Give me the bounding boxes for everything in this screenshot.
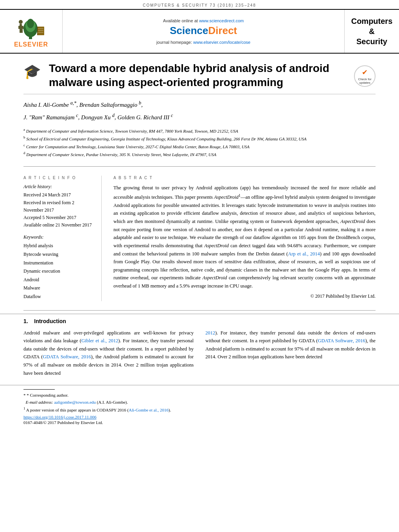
svg-point-4 [19, 20, 23, 24]
abstract-text: The growing threat to user privacy by An… [113, 184, 376, 290]
computers-security-box: Computers&Security [344, 10, 399, 53]
section-number: 1. [23, 318, 28, 324]
journal-homepage-url[interactable]: www.elsevier.com/locate/cose [193, 40, 250, 45]
intro-text-left: Android malware and over-privileged appl… [23, 329, 194, 377]
elsevier-logo-area: ELSEVIER [0, 10, 63, 53]
authors-line1: Aisha I. Ali-Gombe a,*, Brendan Saltafor… [23, 99, 376, 110]
svg-rect-7 [22, 26, 23, 29]
svg-rect-9 [21, 29, 23, 33]
affiliation-d: d Department of Computer Science, Purdue… [23, 151, 376, 158]
authors-section: Aisha I. Ali-Gombe a,*, Brendan Saltafor… [23, 94, 376, 122]
available-online-date: Available online 21 November 2017 [23, 221, 93, 229]
keyword-bytecode-weaving: Bytecode weaving [23, 250, 93, 259]
journal-header: ELSEVIER Available online at www.science… [0, 10, 399, 54]
doi-link[interactable]: https://doi.org/10.1016/j.cose.2017.11.0… [23, 415, 376, 419]
keyword-dynamic-execution: Dynamic execution [23, 267, 93, 276]
email-link[interactable]: aaligombe@towson.edu [54, 400, 95, 404]
svg-rect-6 [18, 26, 20, 29]
copyright-text: © 2017 Published by Elsevier Ltd. [113, 293, 376, 299]
section-title: Introduction [34, 318, 66, 324]
ali-gombe-ref[interactable]: Ali-Gombe et al., 2016 [129, 408, 169, 412]
email-note: E-mail address: aaligombe@towson.edu (A.… [23, 399, 376, 406]
check-updates-icon: ✔ [362, 68, 368, 77]
authors-line2: J. "Ram" Ramanujam c, Dongyan Xu d, Gold… [23, 111, 376, 122]
journal-citation: COMPUTERS & SECURITY 73 (2018) 235–248 [0, 0, 399, 10]
gdata-ref-2[interactable]: GDATA Software, 2016 [318, 338, 365, 343]
title-section: 🎓 Toward a more dependable hybrid analys… [0, 54, 399, 94]
intro-col-right: 2012). For instance, they transfer perso… [205, 329, 376, 377]
abstract-col: A B S T R A C T The growing threat to us… [113, 176, 376, 301]
affiliation-a: a Department of Computer and Information… [23, 127, 376, 134]
intro-text-right: 2012). For instance, they transfer perso… [205, 329, 376, 361]
elsevier-logo: ELSEVIER [14, 15, 48, 48]
svg-rect-10 [37, 27, 44, 35]
article-info-header: A R T I C L E I N F O [23, 176, 93, 180]
page: COMPUTERS & SECURITY 73 (2018) 235–248 [0, 0, 399, 532]
affiliation-b: b School of Electrical and Computer Engi… [23, 135, 376, 142]
journal-homepage-text: journal homepage: www.elsevier.com/locat… [156, 40, 250, 45]
affiliations-section: a Department of Computer and Information… [0, 124, 399, 164]
footer-divider [23, 389, 55, 390]
keyword-dataflow: Dataflow [23, 293, 93, 301]
intro-section-title: 1. Introduction [23, 318, 376, 324]
affiliation-c: c Center for Computation and Technology,… [23, 143, 376, 150]
divider-intro [23, 310, 376, 311]
intro-col-left: Android malware and over-privileged appl… [23, 329, 194, 377]
divider-article-abstract [23, 166, 376, 167]
history-label: Article history: [23, 184, 93, 190]
received-date: Received 24 March 2017 [23, 191, 93, 199]
check-updates-label: Check forupdates [358, 77, 371, 84]
svg-point-3 [27, 19, 34, 28]
gibler-ref[interactable]: Gibler et al., 2012 [81, 338, 118, 343]
cs-journal-title: Computers&Security [351, 16, 393, 47]
svg-rect-8 [20, 29, 21, 33]
accepted-date: Accepted 5 November 2017 [23, 214, 93, 221]
check-updates-badge: ✔ Check forupdates [354, 65, 376, 87]
sciencedirect-url[interactable]: www.sciencedirect.com [199, 18, 244, 23]
keywords-label: Keywords: [23, 234, 93, 240]
abstract-header: A B S T R A C T [113, 176, 376, 180]
sciencedirect-area: Available online at www.sciencedirect.co… [63, 10, 344, 53]
issn-text: 0167-4048/© 2017 Published by Elsevier L… [23, 420, 376, 425]
revised-date: Received in revised form 2November 2017 [23, 199, 93, 214]
citation-text: COMPUTERS & SECURITY 73 (2018) 235–248 [143, 3, 256, 7]
science-part: Science [170, 25, 208, 36]
sciencedirect-logo: ScienceDirect [170, 25, 237, 37]
article-info-col: A R T I C L E I N F O Article history: R… [23, 176, 102, 301]
keyword-android: Android [23, 276, 93, 284]
article-info-abstract-section: A R T I C L E I N F O Article history: R… [0, 170, 399, 307]
available-online-text: Available online at www.sciencedirect.co… [163, 18, 244, 23]
footnote1: 1 A poster version of this paper appears… [23, 406, 376, 413]
keyword-instrumentation: Instrumentation [23, 259, 93, 268]
title-text-area: Toward a more dependable hybrid analysis… [49, 61, 346, 90]
direct-part: Direct [208, 25, 237, 36]
keyword-hybrid-analysis: Hybrid analysis [23, 242, 93, 250]
gdata-ref[interactable]: GDATA Software, 2016 [43, 354, 91, 359]
introduction-section: 1. Introduction Android malware and over… [0, 314, 399, 381]
footer-section: * * Corresponding author. E-mail address… [0, 385, 399, 428]
year-2012-ref[interactable]: 2012 [205, 330, 215, 336]
paper-title: Toward a more dependable hybrid analysis… [49, 61, 346, 90]
graduation-cap-icon: 🎓 [23, 63, 41, 80]
elsevier-wordmark: ELSEVIER [14, 41, 48, 48]
elsevier-tree-icon [15, 15, 47, 40]
keyword-malware: Malware [23, 284, 93, 293]
intro-two-col: Android malware and over-privileged appl… [23, 329, 376, 377]
svg-rect-11 [37, 27, 38, 35]
corresponding-author-note: * * Corresponding author. [23, 392, 376, 399]
